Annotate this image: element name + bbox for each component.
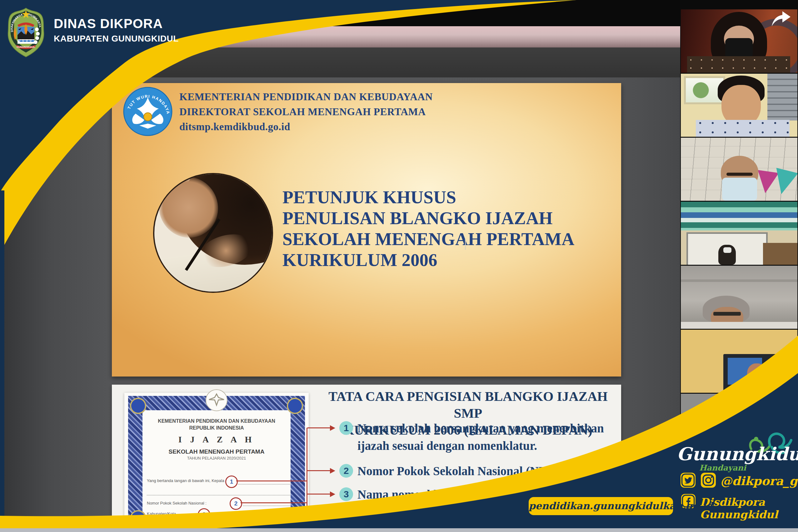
- twitter-icon[interactable]: [681, 473, 695, 488]
- screenshot-root: 12 / 55 − 100% + TUT WURI HANDAYANI KEME…: [0, 0, 798, 532]
- brand-handayani: Handayani: [699, 463, 746, 472]
- org-name-line1: DINAS DIKPORA: [54, 16, 163, 31]
- instagram-handle: @dikpora_gk: [720, 474, 798, 488]
- gunungkidul-crest: DHAKSINARGA BHUMIKARTA GUNUNGKIDUL: [7, 7, 45, 57]
- crest-ribbon-text: GUNUNGKIDUL: [17, 45, 35, 49]
- org-name-line2: KABUPATEN GUNUNGKIDUL: [54, 34, 179, 44]
- website-badge: pendidikan.gunungkidulkab.go.id: [529, 497, 673, 515]
- bottom-edge-strip: [0, 528, 798, 532]
- instagram-icon[interactable]: [701, 473, 716, 488]
- facebook-name: Disdikpora Gunungkidul: [700, 496, 798, 521]
- brand-gunungkidul: Gunungkidul: [677, 443, 798, 464]
